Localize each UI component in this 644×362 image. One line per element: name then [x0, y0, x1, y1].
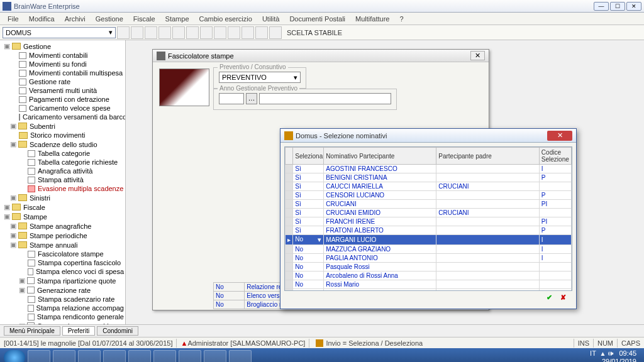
cell[interactable] [539, 272, 571, 280]
menu-utilita[interactable]: Utilità [257, 15, 285, 23]
cell[interactable]: AGOSTINI FRANCESCO [324, 165, 436, 173]
tree-scadenze[interactable]: Scadenze dello studio [29, 141, 97, 148]
taskbar-app[interactable] [204, 350, 226, 362]
tree-item[interactable]: Convocazione assemblea [36, 322, 116, 325]
system-tray[interactable]: IT ▲ 🕪 09:45 29/01/2019 [590, 349, 640, 362]
taskbar-app[interactable] [53, 350, 75, 362]
tree-item[interactable]: Tabella categorie richieste [37, 158, 118, 166]
tree-item[interactable]: Stampa elenco voci di spesa [35, 268, 124, 275]
toolbar-btn-2[interactable] [131, 26, 143, 39]
taskbar-app[interactable] [229, 350, 252, 362]
cell[interactable]: MARGANI LUCIO [324, 235, 436, 245]
cell[interactable] [436, 191, 540, 200]
cell[interactable] [436, 254, 540, 263]
cell[interactable]: No [293, 245, 324, 254]
anno-desc-input[interactable] [259, 93, 391, 104]
cell[interactable]: P [539, 191, 571, 200]
menu-gestione[interactable]: Gestione [91, 15, 128, 23]
tree-gestione[interactable]: Gestione [23, 43, 51, 50]
table-row[interactable]: SìFRANCHI IRENEPI [286, 217, 572, 226]
cell[interactable]: CRUCIANI [436, 182, 540, 191]
cell[interactable]: FRATONI ALBERTO [324, 226, 436, 235]
toolbar-btn-3[interactable] [145, 26, 157, 39]
cell[interactable]: Sì [293, 191, 324, 200]
tree-item[interactable]: Stampa scadenzario rate [37, 295, 114, 303]
table-row[interactable]: SìFRATONI ALBERTOP [286, 226, 572, 235]
table-row[interactable]: SìAGOSTINI FRANCESCOI [286, 165, 572, 173]
cell[interactable] [436, 173, 540, 182]
tree-item[interactable]: Gestione rate [28, 78, 70, 85]
toolbar-btn-12[interactable] [269, 26, 282, 39]
table-row[interactable]: SìCRUCIANIPI [286, 200, 572, 209]
cell[interactable]: Sì [293, 182, 324, 191]
tab-condomini[interactable]: Condomini [97, 326, 138, 336]
menu-documenti[interactable]: Documenti Postali [284, 15, 350, 23]
cell[interactable]: PI [539, 289, 571, 292]
table-row[interactable]: NoRossi Mario [286, 280, 572, 289]
col-codice[interactable]: Codice Selezione [539, 148, 571, 165]
nav-tree[interactable]: ▣Gestione Movimenti contabili Movimenti … [0, 40, 126, 324]
anno-lookup-button[interactable]: … [246, 93, 257, 104]
toolbar-btn-11[interactable] [255, 26, 268, 39]
tree-item[interactable]: Evasione multipla scadenze [37, 185, 123, 192]
cell[interactable] [436, 200, 540, 209]
tree-item[interactable]: Stampe periodiche [29, 232, 87, 239]
cell[interactable]: I [539, 165, 571, 173]
tree-item[interactable]: Stampe annuali [29, 241, 77, 249]
ok-button[interactable]: ✔ [543, 293, 555, 305]
cell[interactable]: No [293, 280, 324, 289]
toolbar-btn-5[interactable] [172, 26, 185, 39]
cell[interactable] [436, 289, 540, 292]
table-row[interactable]: NoPasquale Rossi [286, 263, 572, 272]
col-seleziona[interactable]: Seleziona [293, 148, 324, 165]
table-row[interactable]: SìCAUCCI MARIELLACRUCIANI [286, 182, 572, 191]
menu-help[interactable]: ? [394, 15, 408, 23]
context-combo[interactable]: DOMUS ▾ [3, 27, 116, 38]
start-button[interactable] [4, 350, 25, 362]
preventivo-dropdown[interactable]: PREVENTIVO ▾ [219, 72, 301, 83]
menu-cambio[interactable]: Cambio esercizio [194, 15, 257, 23]
tree-item[interactable]: Stampa relazione accompag [36, 304, 124, 312]
tree-item[interactable]: Stampe anagrafiche [29, 222, 91, 230]
cell[interactable]: No [293, 289, 324, 292]
cell[interactable]: No [293, 272, 324, 280]
cell[interactable]: TULLI LUIGI [324, 289, 436, 292]
cell[interactable]: CRUCIANI [324, 200, 436, 209]
tree-item[interactable]: Caricamento veloce spese [28, 104, 111, 112]
cell[interactable]: Sì [293, 200, 324, 209]
tree-item[interactable]: Movimenti contabili multispesa [28, 69, 123, 77]
tab-menu-principale[interactable]: Menù Principale [4, 326, 60, 336]
cell[interactable]: FRANCHI IRENE [324, 217, 436, 226]
toolbar-btn-8[interactable] [214, 26, 226, 39]
taskbar-app[interactable] [179, 350, 201, 362]
menu-modifica[interactable]: Modifica [24, 15, 60, 23]
cell[interactable]: Sì [293, 165, 324, 173]
col-nominativo[interactable]: Nominativo Partecipante [324, 148, 436, 165]
cell[interactable]: Sì [293, 173, 324, 182]
anno-input[interactable] [219, 93, 244, 104]
cancel-button[interactable]: ✘ [557, 293, 569, 305]
tree-item[interactable]: Stampa attività [37, 176, 84, 184]
tab-preferiti[interactable]: Preferiti [62, 326, 95, 336]
cell[interactable]: BENIGNI CRISTIANA [324, 173, 436, 182]
cell[interactable] [436, 263, 540, 272]
cell[interactable]: Sì [293, 217, 324, 226]
table-row[interactable]: SìCENSORI LUCIANOP [286, 191, 572, 200]
tree-item[interactable]: Pagamenti con detrazione [28, 96, 109, 103]
table-row[interactable]: NoMAZZUCA GRAZIANOI [286, 245, 572, 254]
toolbar-btn-4[interactable] [158, 26, 171, 39]
cell[interactable] [436, 272, 540, 280]
cell[interactable] [436, 245, 540, 254]
taskbar-app[interactable] [28, 350, 50, 362]
menu-multifatture[interactable]: Multifatture [350, 15, 394, 23]
cell[interactable]: MAZZUCA GRAZIANO [324, 245, 436, 254]
tree-item[interactable]: Fascicolatore stampe [37, 250, 104, 258]
toolbar-btn-9[interactable] [228, 26, 240, 39]
tree-item[interactable]: Tabella categorie [37, 150, 90, 157]
tree-item[interactable]: Storico movimenti [30, 131, 85, 139]
tree-item[interactable]: Generazione rate [36, 287, 91, 294]
maximize-button[interactable]: ☐ [610, 2, 625, 11]
tree-item[interactable]: Anagrafica attività [37, 167, 92, 175]
cell[interactable] [436, 217, 540, 226]
close-button[interactable]: ✕ [626, 2, 641, 11]
